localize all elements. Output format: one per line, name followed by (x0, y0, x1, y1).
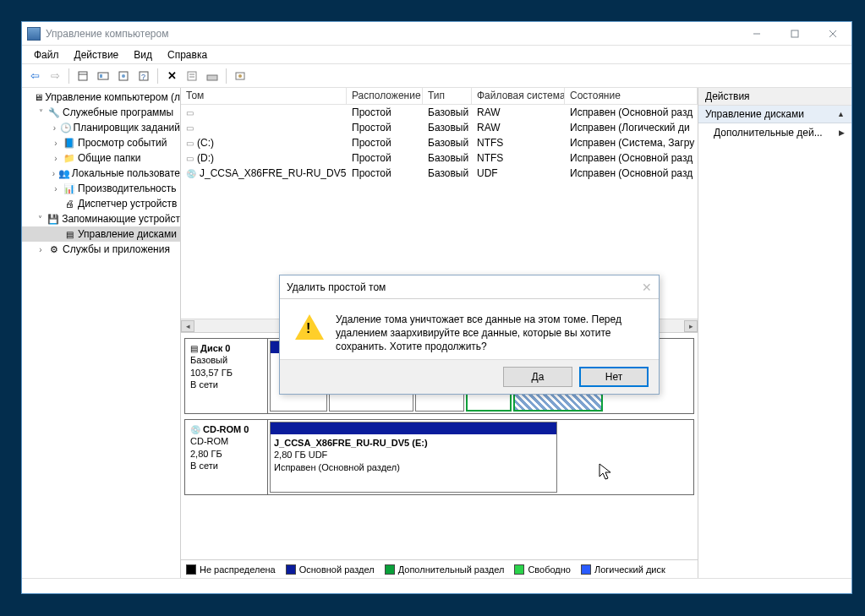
tree-disk-management[interactable]: ▤ Управление дисками (22, 226, 180, 242)
svg-rect-6 (98, 73, 108, 79)
svg-rect-15 (207, 75, 217, 80)
col-layout[interactable]: Расположение (347, 88, 423, 104)
dialog-close-icon[interactable]: ✕ (642, 281, 652, 294)
volume-icon: ▭ (186, 123, 194, 133)
app-icon (27, 27, 41, 41)
menu-action[interactable]: Действие (68, 47, 126, 63)
toolbar-icon-1[interactable] (74, 67, 92, 85)
delete-icon[interactable]: ✕ (162, 67, 181, 85)
cd0-label[interactable]: 💿 CD-ROM 0 CD-ROM 2,80 ГБ В сети (185, 420, 268, 494)
scroll-right-icon[interactable]: ▸ (684, 320, 698, 332)
volume-row[interactable]: ▭ПростойБазовыйRAWИсправен (Логический д… (181, 120, 698, 135)
disk-row-cd0: 💿 CD-ROM 0 CD-ROM 2,80 ГБ В сети J_CCSA_… (184, 419, 694, 495)
window-title: Управление компьютером (46, 28, 168, 40)
legend: Не распределена Основной раздел Дополнит… (181, 559, 698, 578)
properties-icon[interactable] (183, 67, 201, 85)
actions-pane: Действия Управление дисками ▲ Дополнител… (698, 88, 851, 578)
maximize-button[interactable] (775, 22, 813, 46)
rescan-icon[interactable] (203, 67, 222, 85)
titlebar: Управление компьютером (22, 22, 851, 46)
tree-root[interactable]: 🖥 Управление компьютером (л (22, 90, 180, 105)
menu-help[interactable]: Справка (161, 47, 214, 63)
dialog-yes-button[interactable]: Да (503, 367, 572, 387)
menu-file[interactable]: Файл (27, 47, 66, 63)
volume-icon: ▭ (186, 108, 194, 117)
volume-row[interactable]: ▭(C:)ПростойБазовыйNTFSИсправен (Система… (181, 135, 698, 150)
volume-header-row: Том Расположение Тип Файловая система Со… (181, 88, 698, 105)
svg-rect-7 (100, 74, 102, 78)
chevron-up-icon: ▲ (837, 110, 845, 118)
dialog-no-button[interactable]: Нет (579, 367, 649, 387)
svg-rect-1 (791, 30, 798, 37)
navigation-tree: 🖥 Управление компьютером (л ˅🔧 Служебные… (22, 88, 181, 578)
back-button[interactable]: ⇦ (25, 67, 44, 85)
tree-event-viewer[interactable]: ›📘 Просмотр событий (22, 135, 180, 150)
volume-icon: 💿 (186, 169, 196, 178)
tree-system-tools[interactable]: ˅🔧 Служебные программы (22, 105, 180, 120)
toolbar-icon-2[interactable] (94, 67, 112, 85)
close-button[interactable] (813, 22, 851, 46)
toolbar-icon-3[interactable] (114, 67, 133, 85)
svg-rect-12 (188, 72, 196, 80)
cd0-part[interactable]: J_CCSA_X86FRE_RU-RU_DV5 (E:) 2,80 ГБ UDF… (270, 422, 557, 493)
toolbar-icon-4[interactable]: ? (134, 67, 153, 85)
col-volume[interactable]: Том (181, 88, 347, 104)
volume-icon: ▭ (186, 139, 194, 148)
statusbar (22, 578, 851, 593)
tree-services[interactable]: ›⚙ Службы и приложения (22, 242, 180, 257)
tree-shared-folders[interactable]: ›📁 Общие папки (22, 150, 180, 166)
actions-header: Действия (698, 88, 851, 106)
tree-task-scheduler[interactable]: ›🕒 Планировщик заданий (22, 120, 180, 135)
chevron-right-icon: ▶ (839, 128, 845, 137)
svg-rect-4 (79, 72, 87, 80)
forward-button[interactable]: ⇨ (46, 67, 64, 85)
dialog-titlebar: Удалить простой том ✕ (280, 275, 659, 299)
volume-row[interactable]: 💿J_CCSA_X86FRE_RU-RU_DV5 (E:)ПростойБазо… (181, 166, 698, 181)
minimize-button[interactable] (737, 22, 775, 46)
svg-text:?: ? (141, 73, 145, 81)
volume-row[interactable]: ▭(D:)ПростойБазовыйNTFSИсправен (Основно… (181, 150, 698, 166)
tree-performance[interactable]: ›📊 Производительность (22, 181, 180, 196)
actions-section-diskmgmt[interactable]: Управление дисками ▲ (698, 106, 851, 123)
col-type[interactable]: Тип (423, 88, 472, 104)
scroll-left-icon[interactable]: ◂ (181, 320, 194, 332)
warning-icon (295, 313, 324, 341)
toolbar: ⇦ ⇨ ? ✕ (22, 64, 851, 88)
settings-icon[interactable] (231, 67, 249, 85)
dialog-message: Удаление тома уничтожает все данные на э… (336, 313, 643, 354)
col-status[interactable]: Состояние (565, 88, 698, 104)
dialog-title: Удалить простой том (287, 281, 386, 293)
svg-point-17 (238, 74, 242, 78)
svg-point-9 (122, 74, 125, 78)
disk0-label[interactable]: ▤ Диск 0 Базовый 103,57 ГБ В сети (185, 339, 268, 413)
tree-device-manager[interactable]: 🖨 Диспетчер устройств (22, 196, 180, 211)
volume-row[interactable]: ▭ПростойБазовыйRAWИсправен (Основной раз… (181, 105, 698, 120)
col-fs[interactable]: Файловая система (472, 88, 565, 104)
tree-storage[interactable]: ˅💾 Запоминающие устройст (22, 211, 180, 226)
menu-view[interactable]: Вид (127, 47, 159, 63)
delete-volume-dialog: Удалить простой том ✕ Удаление тома унич… (279, 275, 660, 395)
volume-icon: ▭ (186, 154, 194, 163)
actions-more[interactable]: Дополнительные дей... ▶ (698, 123, 851, 142)
menubar: Файл Действие Вид Справка (22, 46, 851, 64)
tree-local-users[interactable]: ›👥 Локальные пользовате (22, 166, 180, 181)
